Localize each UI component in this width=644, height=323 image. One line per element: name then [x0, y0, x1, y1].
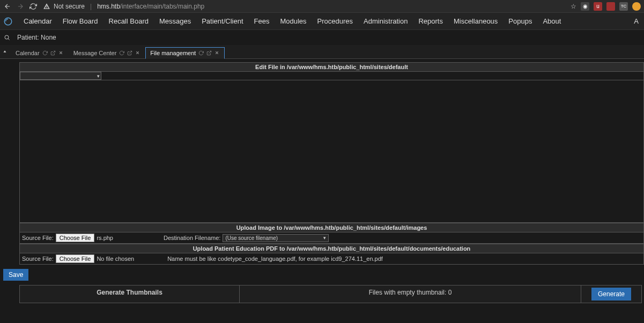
- tab-label: Message Center: [73, 50, 117, 56]
- star-icon[interactable]: ☆: [571, 3, 576, 10]
- nav-items: CalendarFlow BoardRecall BoardMessagesPa…: [18, 13, 566, 29]
- tab-label: File management: [150, 50, 196, 56]
- browser-extensions: ☆ ◉ u TC: [571, 2, 641, 11]
- patient-label: Patient: None: [17, 34, 56, 41]
- file-select-row: [19, 72, 644, 80]
- top-nav: CalendarFlow BoardRecall BoardMessagesPa…: [0, 13, 644, 30]
- refresh-icon[interactable]: [119, 50, 124, 56]
- file-select-dropdown[interactable]: [20, 72, 101, 80]
- close-icon[interactable]: [214, 50, 220, 56]
- edit-file-header: Edit File in /var/www/hms.htb/public_htm…: [19, 62, 644, 72]
- nav-right-fragment: A: [634, 17, 641, 25]
- sub-tabs: CalendarMessage CenterFile management: [0, 45, 644, 59]
- nav-item-messages[interactable]: Messages: [154, 13, 196, 29]
- nav-item-popups[interactable]: Popups: [503, 13, 537, 29]
- popout-icon[interactable]: [206, 50, 212, 56]
- caret-up-icon[interactable]: [2, 49, 10, 56]
- nav-item-miscellaneous[interactable]: Miscellaneous: [448, 13, 503, 29]
- dest-filename-select[interactable]: (Use source filename): [223, 234, 329, 242]
- tab-calendar[interactable]: Calendar: [11, 47, 69, 58]
- nav-item-reports[interactable]: Reports: [413, 13, 448, 29]
- source-file-label-1: Source File:: [22, 235, 54, 241]
- tab-message-center[interactable]: Message Center: [69, 47, 146, 58]
- forward-icon[interactable]: [16, 2, 25, 11]
- generate-cell: Generate: [581, 286, 641, 303]
- warning-icon: [43, 3, 50, 10]
- nav-item-about[interactable]: About: [537, 13, 566, 29]
- editor-textarea[interactable]: [19, 80, 644, 223]
- upload-pdf-row: Source File: Choose File No file chosen …: [19, 253, 644, 265]
- choose-file-button-2[interactable]: Choose File: [56, 254, 95, 263]
- empty-thumbnail-count: Files with empty thumbnail: 0: [240, 286, 581, 303]
- app-logo-icon[interactable]: [3, 17, 13, 26]
- chosen-file-1: rs.php: [97, 235, 113, 241]
- ext-icon-4[interactable]: TC: [619, 2, 628, 11]
- upload-image-row: Source File: Choose File rs.php Destinat…: [19, 232, 644, 244]
- refresh-icon[interactable]: [198, 50, 204, 56]
- not-secure-label: Not secure: [54, 3, 85, 10]
- popout-icon[interactable]: [50, 50, 56, 56]
- security-badge[interactable]: Not secure: [43, 3, 85, 10]
- refresh-icon[interactable]: [42, 50, 48, 56]
- nav-item-fees[interactable]: Fees: [249, 13, 275, 29]
- dest-filename-label: Destination Filename:: [164, 235, 220, 241]
- dest-filename-block: Destination Filename: (Use source filena…: [164, 234, 329, 242]
- browser-chrome: Not secure | hms.htb/interface/main/tabs…: [0, 0, 644, 13]
- back-icon[interactable]: [3, 2, 12, 11]
- upload-pdf-header: Upload Patient Education PDF to /var/www…: [19, 244, 644, 253]
- ext-icon-3[interactable]: [606, 2, 615, 11]
- profile-icon[interactable]: [632, 2, 641, 11]
- save-button[interactable]: Save: [3, 269, 28, 281]
- url-path: /interface/main/tabs/main.php: [120, 3, 204, 10]
- nav-item-administration[interactable]: Administration: [358, 13, 413, 29]
- source-file-label-2: Source File:: [22, 256, 54, 262]
- close-icon[interactable]: [135, 50, 140, 56]
- tab-label: Calendar: [16, 50, 40, 56]
- save-row: Save: [3, 265, 644, 285]
- generate-button[interactable]: Generate: [591, 288, 631, 301]
- nav-item-flow-board[interactable]: Flow Board: [57, 13, 103, 29]
- ext-icon-1[interactable]: ◉: [581, 2, 589, 11]
- close-icon[interactable]: [58, 50, 64, 56]
- nav-item-modules[interactable]: Modules: [275, 13, 312, 29]
- popout-icon[interactable]: [127, 50, 132, 56]
- patient-bar: Patient: None: [0, 30, 644, 45]
- main-content: Edit File in /var/www/hms.htb/public_htm…: [0, 59, 644, 306]
- nav-item-calendar[interactable]: Calendar: [18, 13, 57, 29]
- choose-file-button-1[interactable]: Choose File: [56, 234, 95, 242]
- pdf-name-note: Name must be like codetype_code_language…: [167, 256, 383, 262]
- chosen-file-2: No file chosen: [97, 256, 134, 262]
- ext-icon-2[interactable]: u: [594, 2, 602, 11]
- url-bar[interactable]: hms.htb/interface/main/tabs/main.php: [97, 3, 204, 10]
- tab-file-management[interactable]: File management: [145, 47, 225, 59]
- nav-item-patient-client[interactable]: Patient/Client: [196, 13, 248, 29]
- generate-thumbnails-label: Generate Thumbnails: [20, 286, 240, 303]
- browser-nav-buttons: [3, 2, 38, 11]
- search-icon[interactable]: [2, 33, 12, 42]
- url-host: hms.htb: [97, 3, 120, 10]
- svg-point-1: [5, 35, 9, 39]
- nav-item-procedures[interactable]: Procedures: [312, 13, 358, 29]
- thumbnail-row: Generate Thumbnails Files with empty thu…: [19, 285, 642, 303]
- upload-image-header: Upload Image to /var/www/hms.htb/public_…: [19, 223, 644, 232]
- nav-item-recall-board[interactable]: Recall Board: [103, 13, 154, 29]
- reload-icon[interactable]: [29, 2, 38, 11]
